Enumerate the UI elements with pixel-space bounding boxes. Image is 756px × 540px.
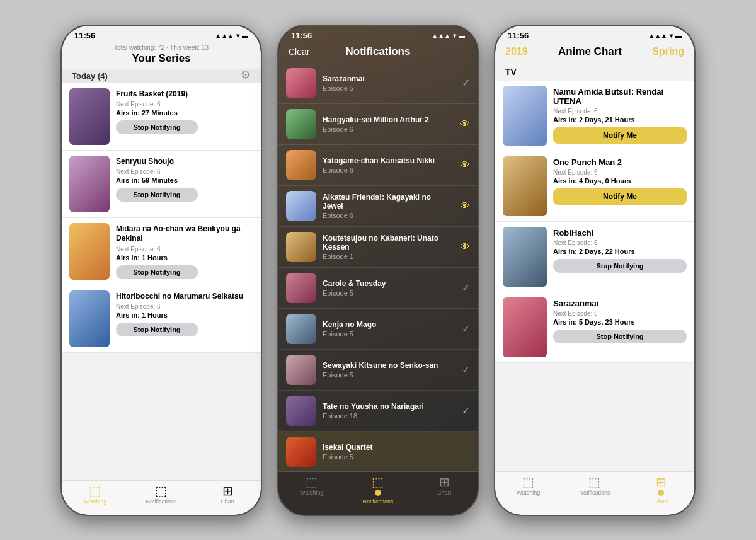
notif-info-9: Isekai Quartet Episode 5 [323,443,470,461]
wifi-icon-2: ▾ [453,32,456,39]
check-icon-6: ✓ [462,323,470,335]
chart-airs-0: Airs in: 2 Days, 21 Hours [553,116,687,124]
status-bar-1: 11:56 ▲▲▲ ▾ ▬ [62,26,261,43]
tab-label-chart-2: Chart [437,490,451,496]
notif-name-6: Kenja no Mago [323,320,455,329]
battery-icon-2: ▬ [459,32,465,39]
tab-chart-3[interactable]: ⊞ Chart [628,476,694,505]
notif-name-9: Isekai Quartet [323,443,470,452]
clear-button[interactable]: Clear [289,47,309,57]
notif-item-6: Kenja no Mago Episode 5 ✓ [278,309,478,350]
chart-ep-2: Next Episode: 6 [553,239,687,246]
spacer: Clear [447,47,467,57]
tab-chart-1[interactable]: ⊞ Chart [195,485,261,505]
tab-watching-1[interactable]: ⬚ Watching [62,485,128,505]
notifications-icon-1: ⬚ [155,485,167,497]
notif-list: Sarazanmai Episode 5 ✓ Hangyaku-sei Mill… [278,63,478,471]
chart-ep-3: Next Episode: 6 [553,310,687,317]
series-airs-3: Airs in: 1 Hours [116,254,253,261]
notif-item-8: Tate no Yuusha no Nariagari Episode 18 ✓ [278,391,478,432]
series-item-2: Senryuu Shoujo Next Episode: 6 Airs in: … [62,151,261,218]
stop-btn-2[interactable]: Stop Notifying [116,188,198,202]
notif-title: Notifications [346,45,411,58]
notif-ep-6: Episode 5 [323,330,455,338]
chart-nav: 2019 Anime Chart Spring [495,43,694,63]
chart-thumb-3 [503,297,547,357]
chart-name-0: Namu Amida Butsu!: Rendai UTENA [553,87,687,106]
thumb-2 [69,156,110,212]
tab-notifications-2[interactable]: ⬚ Notifications [345,476,411,505]
notif-thumb-4 [286,232,316,262]
status-bar-3: 11:56 ▲▲▲ ▾ ▬ [495,26,694,43]
notif-name-8: Tate no Yuusha no Nariagari [323,402,455,411]
notif-ep-9: Episode 5 [323,453,470,461]
chart-list: Namu Amida Butsu!: Rendai UTENA Next Epi… [495,81,694,471]
check-icon-5: ✓ [462,282,470,294]
tab-notifications-1[interactable]: ⬚ Notifications [128,485,194,505]
thumb-img-3 [69,223,110,280]
chart-thumb-1 [503,156,547,216]
tab-label-watching-2: Watching [300,490,323,496]
notif-ep-5: Episode 5 [323,289,455,297]
gear-icon[interactable]: ⚙ [241,68,251,82]
notif-info-2: Yatogame-chan Kansatsu Nikki Episode 6 [323,156,454,174]
series-item-1: Fruits Basket (2019) Next Episode: 6 Air… [62,83,261,151]
tab-watching-2[interactable]: ⬚ Watching [278,476,345,505]
notif-ep-8: Episode 18 [323,412,455,420]
thumb-1 [69,88,110,145]
notif-info-4: Koutetsujou no Kabaneri: Unato Kessen Ep… [323,234,454,260]
tab-watching-3[interactable]: ⬚ Watching [495,476,561,505]
check-icon-7: ✓ [462,364,470,376]
time-3: 11:56 [508,31,529,40]
stop-btn-1[interactable]: Stop Notifying [116,120,198,134]
notify-btn-0[interactable]: Notify Me [553,127,687,144]
tab-label-chart-1: Chart [220,498,234,505]
stop-btn-chart-3[interactable]: Stop Notifying [553,330,687,343]
tab-label-watching-3: Watching [517,490,540,496]
series-info-1: Fruits Basket (2019) Next Episode: 6 Air… [116,88,253,145]
signal-icon-2: ▲▲▲ [432,32,450,39]
chart-ep-0: Next Episode: 6 [553,108,687,115]
series-item-3: Midara na Ao-chan wa Benkyou ga Dekinai … [62,218,261,285]
notif-item-3: Aikatsu Friends!: Kagayaki no Jewel Epis… [278,186,478,227]
chart-year: 2019 [505,46,528,57]
series-list: Fruits Basket (2019) Next Episode: 6 Air… [62,83,261,480]
notif-ep-0: Episode 5 [323,84,455,92]
nav-title-1: Your Series [72,52,251,65]
watching-icon: ⬚ [89,485,101,497]
notif-ep-1: Episode 6 [323,125,454,133]
section-header-1: Today (4) [62,69,261,83]
notif-info-6: Kenja no Mago Episode 5 [323,320,455,338]
signal-icon: ▲▲▲ [215,32,234,39]
chart-thumb-0 [503,86,547,146]
chart-airs-2: Airs in: 2 Days, 22 Hours [553,248,687,255]
stop-btn-3[interactable]: Stop Notifying [116,265,198,279]
notif-info-5: Carole & Tuesday Episode 5 [323,279,455,297]
notif-name-1: Hangyaku-sei Million Arthur 2 [323,115,454,124]
tab-label-notif-2: Notifications [362,498,393,505]
phone-watching: 11:56 ▲▲▲ ▾ ▬ Total watching: 72 · This … [60,25,262,516]
notif-thumb-2 [286,150,316,180]
series-ep-2: Next Episode: 6 [116,168,253,175]
check-icon-0: ✓ [462,77,470,89]
tab-chart-2[interactable]: ⊞ Chart [411,476,478,505]
chart-item-0: Namu Amida Butsu!: Rendai UTENA Next Epi… [495,81,694,151]
time-1: 11:56 [74,31,95,40]
thumb-3 [69,223,110,280]
stop-btn-chart-2[interactable]: Stop Notifying [553,259,687,273]
notify-btn-1[interactable]: Notify Me [553,188,687,205]
notif-info-7: Sewayaki Kitsune no Senko-san Episode 5 [323,361,455,379]
chart-nav-title: Anime Chart [558,45,622,58]
battery-icon: ▬ [242,32,248,39]
notif-name-7: Sewayaki Kitsune no Senko-san [323,361,455,370]
tab-label-chart-3: Chart [654,498,668,505]
chart-airs-1: Airs in: 4 Days, 0 Hours [553,177,687,185]
chart-icon-1: ⊞ [222,485,233,497]
series-ep-4: Next Episode: 6 [116,303,253,310]
eye-icon-2: 👁 [460,159,470,171]
time-2: 11:56 [291,31,312,40]
chart-icon-3: ⊞ [656,476,667,488]
tab-notifications-3[interactable]: ⬚ Notifications [561,476,627,505]
chart-icon-2: ⊞ [439,476,450,488]
stop-btn-4[interactable]: Stop Notifying [116,323,198,336]
